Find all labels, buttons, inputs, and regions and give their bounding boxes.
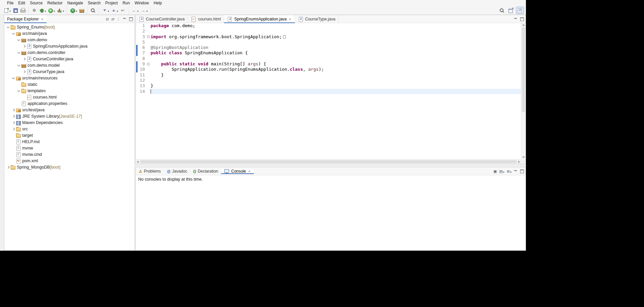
- code-line[interactable]: 2: [136, 28, 521, 34]
- code-line[interactable]: 14: [136, 89, 521, 94]
- collapse-fold-icon[interactable]: [147, 63, 150, 66]
- tree-item-help-md[interactable]: HELP.md: [4, 138, 135, 145]
- line-number[interactable]: 9: [138, 61, 146, 67]
- fold-column[interactable]: [146, 45, 151, 50]
- console-tab-declaration[interactable]: {}Declaration: [190, 169, 221, 174]
- fold-column[interactable]: [146, 50, 151, 56]
- code-area[interactable]: 1package com.demo;23import org.springfra…: [136, 23, 521, 159]
- maximize-button[interactable]: [519, 17, 524, 21]
- tree-item-coursecontroller-java[interactable]: CourseController.java: [4, 56, 135, 62]
- fold-column[interactable]: [146, 56, 151, 61]
- menu-edit[interactable]: Edit: [16, 0, 28, 6]
- editor-tab-coursecontroller-java[interactable]: CourseController.java: [136, 15, 188, 23]
- line-number[interactable]: 14: [138, 89, 146, 94]
- line-number[interactable]: 11: [138, 72, 146, 78]
- fold-column[interactable]: [146, 23, 151, 28]
- scroll-right-icon[interactable]: [518, 161, 520, 163]
- line-number[interactable]: 5: [138, 40, 146, 45]
- line-number[interactable]: 2: [138, 28, 146, 34]
- skip-all-breakpoints-button[interactable]: ⚙: [31, 7, 38, 14]
- search-button[interactable]: [498, 7, 506, 14]
- collapse-all-button[interactable]: ⊟: [105, 16, 110, 22]
- new-package-button[interactable]: [78, 7, 86, 14]
- tree-item-spring-mongodb[interactable]: Spring_MongoDB [boot]: [4, 164, 135, 170]
- scroll-down-icon[interactable]: [522, 157, 525, 158]
- expand-chevron-icon[interactable]: [11, 109, 16, 111]
- new-wizard-button[interactable]: [3, 7, 12, 14]
- previous-annotation-button[interactable]: [110, 7, 119, 14]
- run-button[interactable]: [47, 7, 56, 14]
- fold-column[interactable]: [146, 72, 151, 78]
- console-tab-problems[interactable]: ⚠Problems: [136, 169, 164, 174]
- expand-chevron-icon[interactable]: [22, 45, 26, 47]
- tree-item-mvnw-cmd[interactable]: mvnw.cmd: [4, 151, 135, 158]
- expand-chevron-icon[interactable]: [11, 128, 16, 130]
- code-line[interactable]: 11 }: [136, 72, 521, 78]
- menu-run[interactable]: Run: [120, 0, 132, 6]
- code-line[interactable]: 12: [136, 78, 521, 83]
- code-line[interactable]: 3import org.springframework.boot.SpringA…: [136, 34, 521, 40]
- menu-project[interactable]: Project: [103, 0, 120, 6]
- fold-column[interactable]: [146, 28, 151, 34]
- back-button[interactable]: ←: [130, 7, 140, 14]
- java-perspective-button[interactable]: [516, 7, 524, 14]
- tree-item-static[interactable]: static: [4, 81, 135, 87]
- line-number[interactable]: 7: [138, 50, 146, 56]
- fold-column[interactable]: [146, 89, 151, 94]
- fold-column[interactable]: [146, 40, 151, 45]
- tree-item-src[interactable]: src: [4, 126, 135, 132]
- link-with-editor-button[interactable]: ⇄: [111, 16, 115, 22]
- code-line[interactable]: 9 public static void main(String[] args)…: [136, 61, 521, 67]
- new-java-class-button[interactable]: [69, 7, 78, 14]
- expand-chevron-icon[interactable]: [11, 121, 16, 124]
- scroll-up-icon[interactable]: [522, 24, 525, 26]
- code-line[interactable]: 5: [136, 40, 521, 45]
- tree-item-mvnw[interactable]: mvnw: [4, 145, 135, 151]
- maximize-button[interactable]: [128, 17, 133, 21]
- collapse-fold-icon[interactable]: [147, 35, 150, 38]
- menu-source[interactable]: Source: [28, 0, 45, 6]
- close-icon[interactable]: [41, 17, 44, 21]
- tree-item-springenumsapplication-java[interactable]: SpringEnumsApplication.java: [4, 43, 135, 49]
- tree-item-templates[interactable]: templates: [4, 87, 135, 94]
- expand-chevron-icon[interactable]: [11, 115, 16, 117]
- scrollbar-thumb[interactable]: [140, 160, 517, 163]
- fold-column[interactable]: [146, 67, 151, 72]
- code-line[interactable]: 8: [136, 56, 521, 61]
- menu-file[interactable]: File: [5, 0, 16, 6]
- last-edit-location-button[interactable]: ↩: [119, 7, 126, 14]
- scroll-left-icon[interactable]: [137, 161, 139, 163]
- code-line[interactable]: 10 SpringApplication.run(SpringEnumsAppl…: [136, 67, 521, 72]
- collapse-chevron-icon[interactable]: [11, 77, 16, 79]
- tree-item-spring-enums[interactable]: Spring_Enums [boot]: [4, 24, 135, 30]
- line-number[interactable]: 8: [138, 56, 146, 61]
- console-tab-console[interactable]: Console: [221, 169, 254, 174]
- maximize-button[interactable]: [519, 169, 524, 174]
- open-console-button[interactable]: ⊞: [506, 168, 512, 175]
- minimize-button[interactable]: [513, 17, 518, 21]
- collapse-chevron-icon[interactable]: [16, 90, 21, 91]
- tree-item-src-main-java[interactable]: src/main/java: [4, 30, 135, 37]
- view-menu-button[interactable]: ⋮: [116, 16, 121, 22]
- tree-item-maven-dependencies[interactable]: Maven Dependencies: [4, 119, 135, 126]
- collapse-chevron-icon[interactable]: [6, 26, 10, 28]
- next-annotation-button[interactable]: [101, 7, 110, 14]
- collapse-chevron-icon[interactable]: [16, 65, 21, 66]
- close-icon[interactable]: [248, 169, 251, 173]
- expand-chevron-icon[interactable]: [22, 58, 26, 60]
- collapse-chevron-icon[interactable]: [16, 52, 21, 53]
- tree-item-coursetype-java[interactable]: CourseType.java: [4, 68, 135, 75]
- menu-search[interactable]: Search: [86, 0, 103, 6]
- menu-window[interactable]: Window: [132, 0, 151, 6]
- scrollbar-thumb[interactable]: [522, 27, 525, 112]
- display-selected-console-button[interactable]: ▤: [498, 168, 505, 175]
- expand-chevron-icon[interactable]: [22, 70, 26, 73]
- code-line[interactable]: 13}: [136, 83, 521, 88]
- console-tab-javadoc[interactable]: @Javadoc: [164, 169, 190, 174]
- folded-region-box[interactable]: [283, 35, 286, 39]
- tree-item-application-properties[interactable]: application.properties: [4, 100, 135, 107]
- tree-item-target[interactable]: target: [4, 132, 135, 138]
- editor-tab-springenumsapplication-java[interactable]: SpringEnumsApplication.java: [224, 15, 295, 23]
- menu-help[interactable]: Help: [151, 0, 164, 6]
- line-number[interactable]: 6: [138, 45, 146, 50]
